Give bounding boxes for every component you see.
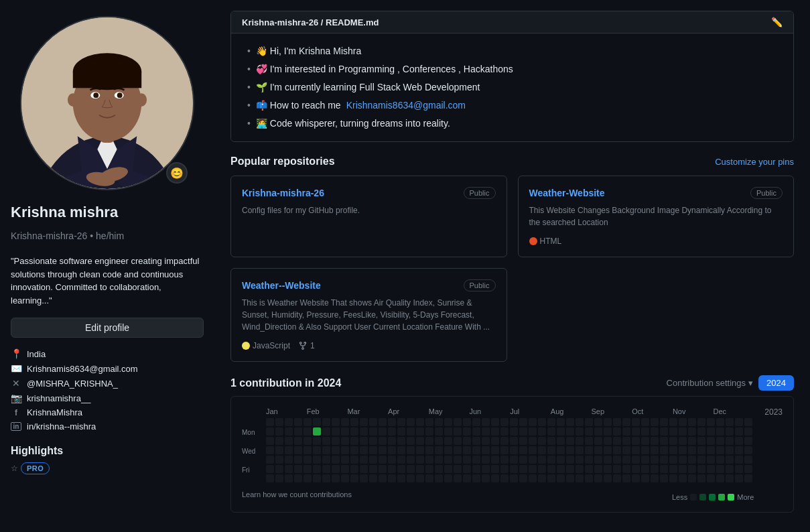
- cell-w33-d1[interactable]: [576, 427, 584, 436]
- cell-w37-d5[interactable]: [613, 465, 621, 473]
- cell-w48-d0[interactable]: [716, 418, 724, 426]
- cell-w43-d3[interactable]: [669, 446, 677, 454]
- cell-w28-d1[interactable]: [529, 427, 537, 436]
- cell-w28-d5[interactable]: [529, 465, 537, 473]
- cell-w6-d2[interactable]: [322, 437, 330, 445]
- cell-w35-d3[interactable]: [594, 446, 602, 454]
- cell-w47-d3[interactable]: [707, 446, 715, 454]
- cell-w49-d4[interactable]: [726, 456, 734, 464]
- cell-w47-d4[interactable]: [707, 456, 715, 464]
- cell-w32-d3[interactable]: [566, 446, 574, 454]
- cell-w17-d1[interactable]: [425, 427, 433, 436]
- cell-w7-d4[interactable]: [332, 456, 340, 464]
- cell-w19-d0[interactable]: [444, 418, 452, 426]
- cell-w20-d4[interactable]: [454, 456, 462, 464]
- cell-w1-d2[interactable]: [275, 437, 283, 445]
- cell-w45-d0[interactable]: [688, 418, 696, 426]
- cell-w48-d5[interactable]: [716, 465, 724, 473]
- cell-w24-d0[interactable]: [491, 418, 499, 426]
- cell-w38-d6[interactable]: [622, 474, 630, 482]
- cell-w20-d1[interactable]: [454, 427, 462, 436]
- cell-w25-d1[interactable]: [500, 427, 509, 436]
- facebook-item[interactable]: f KrishnaMishra: [11, 407, 204, 417]
- cell-w46-d3[interactable]: [697, 446, 705, 454]
- cell-w1-d4[interactable]: [275, 456, 283, 464]
- cell-w19-d3[interactable]: [444, 446, 452, 454]
- cell-w24-d2[interactable]: [491, 437, 499, 445]
- cell-w23-d4[interactable]: [482, 456, 490, 464]
- cell-w0-d4[interactable]: [266, 456, 274, 464]
- cell-w39-d0[interactable]: [632, 418, 640, 426]
- cell-w29-d3[interactable]: [538, 446, 546, 454]
- cell-w19-d2[interactable]: [444, 437, 452, 445]
- cell-w31-d1[interactable]: [557, 427, 565, 436]
- cell-w1-d0[interactable]: [275, 418, 283, 426]
- cell-w40-d3[interactable]: [641, 446, 649, 454]
- cell-w42-d4[interactable]: [660, 456, 668, 464]
- cell-w51-d4[interactable]: [744, 456, 752, 464]
- cell-w6-d5[interactable]: [322, 465, 330, 473]
- cell-w15-d3[interactable]: [407, 446, 415, 454]
- cell-w30-d4[interactable]: [547, 456, 555, 464]
- cell-w33-d6[interactable]: [576, 474, 584, 482]
- cell-w26-d5[interactable]: [510, 465, 518, 473]
- cell-w1-d6[interactable]: [275, 474, 283, 482]
- cell-w3-d2[interactable]: [294, 437, 302, 445]
- cell-w30-d5[interactable]: [547, 465, 555, 473]
- cell-w50-d1[interactable]: [735, 427, 743, 436]
- cell-w24-d4[interactable]: [491, 456, 499, 464]
- cell-w4-d1[interactable]: [303, 427, 312, 436]
- cell-w25-d2[interactable]: [500, 437, 509, 445]
- cell-w34-d2[interactable]: [585, 437, 593, 445]
- cell-w43-d0[interactable]: [669, 418, 677, 426]
- cell-w38-d2[interactable]: [622, 437, 630, 445]
- cell-w0-d1[interactable]: [266, 427, 274, 436]
- cell-w22-d2[interactable]: [472, 437, 480, 445]
- cell-w11-d5[interactable]: [369, 465, 377, 473]
- cell-w45-d5[interactable]: [688, 465, 696, 473]
- cell-w1-d3[interactable]: [275, 446, 283, 454]
- cell-w51-d5[interactable]: [744, 465, 752, 473]
- cell-w34-d4[interactable]: [585, 456, 593, 464]
- cell-w19-d6[interactable]: [444, 474, 452, 482]
- cell-w36-d6[interactable]: [604, 474, 612, 482]
- cell-w38-d3[interactable]: [622, 446, 630, 454]
- cell-w46-d0[interactable]: [697, 418, 705, 426]
- cell-w44-d3[interactable]: [679, 446, 687, 454]
- cell-w26-d1[interactable]: [510, 427, 518, 436]
- cell-w34-d6[interactable]: [585, 474, 593, 482]
- cell-w47-d1[interactable]: [707, 427, 715, 436]
- cell-w17-d5[interactable]: [425, 465, 433, 473]
- cell-w8-d6[interactable]: [341, 474, 349, 482]
- cell-w51-d3[interactable]: [744, 446, 752, 454]
- cell-w48-d1[interactable]: [716, 427, 724, 436]
- cell-w31-d2[interactable]: [557, 437, 565, 445]
- cell-w5-d4[interactable]: [313, 456, 321, 464]
- cell-w46-d4[interactable]: [697, 456, 705, 464]
- cell-w30-d2[interactable]: [547, 437, 555, 445]
- cell-w41-d0[interactable]: [651, 418, 659, 426]
- cell-w40-d4[interactable]: [641, 456, 649, 464]
- cell-w31-d4[interactable]: [557, 456, 565, 464]
- cell-w50-d0[interactable]: [735, 418, 743, 426]
- cell-w20-d3[interactable]: [454, 446, 462, 454]
- cell-w43-d5[interactable]: [669, 465, 677, 473]
- cell-w23-d2[interactable]: [482, 437, 490, 445]
- cell-w1-d1[interactable]: [275, 427, 283, 436]
- cell-w4-d4[interactable]: [303, 456, 312, 464]
- cell-w37-d0[interactable]: [613, 418, 621, 426]
- cell-w15-d5[interactable]: [407, 465, 415, 473]
- cell-w27-d1[interactable]: [519, 427, 527, 436]
- cell-w29-d0[interactable]: [538, 418, 546, 426]
- cell-w3-d6[interactable]: [294, 474, 302, 482]
- cell-w45-d3[interactable]: [688, 446, 696, 454]
- cell-w25-d4[interactable]: [500, 456, 509, 464]
- cell-w29-d4[interactable]: [538, 456, 546, 464]
- cell-w37-d4[interactable]: [613, 456, 621, 464]
- cell-w31-d3[interactable]: [557, 446, 565, 454]
- cell-w30-d0[interactable]: [547, 418, 555, 426]
- cell-w47-d6[interactable]: [707, 474, 715, 482]
- cell-w26-d0[interactable]: [510, 418, 518, 426]
- cell-w22-d1[interactable]: [472, 427, 480, 436]
- cell-w0-d0[interactable]: [266, 418, 274, 426]
